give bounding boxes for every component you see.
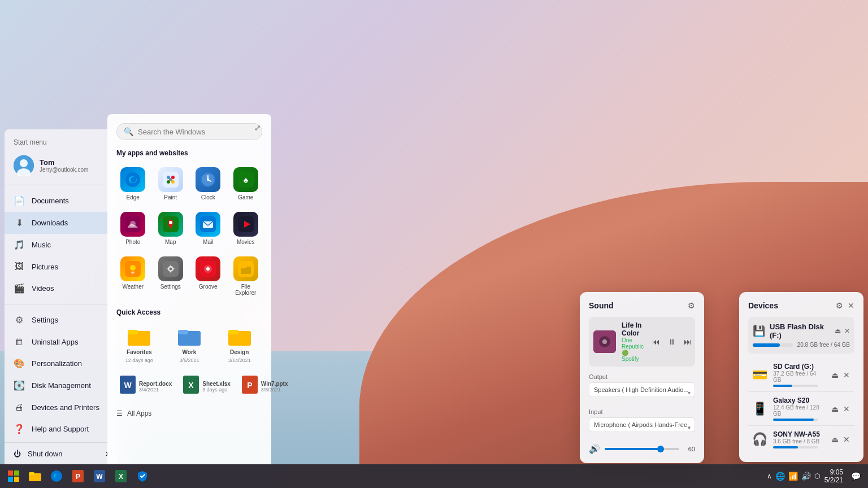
qa-file-date-report: 3/4/2021: [139, 387, 172, 393]
shield-taskbar[interactable]: [133, 467, 151, 485]
svg-point-3: [125, 172, 140, 187]
sd-close-icon[interactable]: ✕: [842, 369, 851, 381]
sd-card-actions: ⏏ ✕: [830, 369, 851, 381]
output-select[interactable]: Speakers ( High Definition Audio...: [589, 382, 695, 397]
sound-panel-header: Sound ⚙: [589, 301, 695, 310]
output-select-wrapper[interactable]: Speakers ( High Definition Audio...: [589, 382, 695, 403]
album-art: [593, 330, 616, 353]
app-clock[interactable]: Clock: [192, 164, 225, 204]
qa-folder-design[interactable]: Design 3/14/2021: [216, 323, 262, 367]
videos-icon: 🎬: [14, 283, 25, 294]
sony-info: SONY NW-A55 3.6 GB free / 8 GB: [773, 430, 824, 448]
qa-folder-favorites[interactable]: Favorites 12 days ago: [116, 323, 162, 367]
sound-panel-title: Sound: [589, 301, 614, 310]
app-edge[interactable]: Edge: [116, 164, 150, 204]
svg-rect-38: [128, 330, 138, 334]
qa-folder-work[interactable]: Work 3/6/2021: [167, 323, 212, 367]
app-mail[interactable]: Mail: [192, 208, 225, 249]
word-taskbar[interactable]: W: [90, 467, 108, 485]
chevron-up-icon[interactable]: ∧: [767, 472, 772, 480]
galaxy-eject-icon[interactable]: ⏏: [830, 403, 840, 415]
app-map[interactable]: Map: [154, 208, 188, 249]
input-select-wrapper[interactable]: Microphone ( Airpods Hands-Free...: [589, 417, 695, 438]
sidebar-item-label-documents: Documents: [32, 197, 69, 205]
devices-settings-icon[interactable]: ⚙: [836, 301, 843, 310]
pictures-icon: 🖼: [14, 262, 25, 272]
sony-eject-icon[interactable]: ⏏: [830, 434, 840, 445]
sidebar-item-pictures[interactable]: 🖼 Pictures: [5, 256, 118, 277]
file-info-win7: Win7.pptx 3/5/2021: [261, 381, 288, 393]
svg-rect-53: [14, 470, 19, 476]
input-select[interactable]: Microphone ( Airpods Hands-Free...: [589, 417, 695, 432]
volume-taskbar-icon[interactable]: 🔊: [801, 472, 811, 481]
device-sd-card: 💳 SD Card (G:) 37.2 GB free / 64 GB ⏏ ✕: [748, 358, 854, 392]
sony-fill: [773, 446, 798, 448]
sidebar-item-disk[interactable]: 💽 Disk Management: [5, 374, 118, 396]
app-groove[interactable]: Groove: [192, 253, 225, 299]
qa-file-sheet[interactable]: X Sheet.xlsx 3 days ago: [180, 373, 233, 399]
file-explorer-taskbar[interactable]: [26, 467, 44, 485]
usb-size: 20.8 GB free / 64 GB: [797, 342, 850, 348]
sidebar-item-settings[interactable]: ⚙ Settings: [5, 309, 118, 331]
qa-file-win7[interactable]: P Win7.pptx 3/5/2021: [238, 373, 292, 399]
usb-name-row: 💾 USB Flash Disk (F:): [753, 323, 835, 339]
app-paint[interactable]: Paint: [154, 164, 188, 204]
app-settings[interactable]: Settings: [154, 253, 188, 299]
app-fileexplorer[interactable]: File Explorer: [229, 253, 263, 299]
help-icon: ❓: [14, 424, 25, 434]
app-game[interactable]: ♠ Game: [229, 164, 263, 204]
device-sony: 🎧 SONY NW-A55 3.6 GB free / 8 GB ⏏ ✕: [748, 426, 854, 453]
pause-button[interactable]: ⏸: [665, 335, 679, 348]
all-apps-row[interactable]: ☰ All Apps: [116, 406, 262, 421]
sidebar-item-music[interactable]: 🎵 Music: [5, 234, 118, 256]
start-menu-title: Start menu: [5, 138, 118, 151]
svg-point-30: [169, 268, 172, 271]
powerpoint-taskbar[interactable]: P: [69, 467, 87, 485]
sound-gear-icon[interactable]: ⚙: [688, 301, 695, 310]
connect-icon[interactable]: ⬡: [814, 472, 820, 480]
app-movies[interactable]: Movies: [229, 208, 263, 249]
prev-button[interactable]: ⏮: [649, 335, 663, 348]
usb-close-icon[interactable]: ✕: [844, 327, 850, 335]
sidebar-item-help[interactable]: ❓ Help and Support: [5, 418, 118, 440]
next-button[interactable]: ⏭: [681, 335, 695, 348]
galaxy-bar: [773, 419, 818, 421]
excel-taskbar[interactable]: X: [112, 467, 130, 485]
wifi-icon[interactable]: 📶: [788, 472, 798, 481]
volume-slider[interactable]: [605, 448, 679, 450]
qa-file-report[interactable]: W Report.docx 3/4/2021: [116, 373, 175, 399]
sony-close-icon[interactable]: ✕: [842, 434, 851, 445]
search-input[interactable]: [138, 128, 255, 136]
desktop: Start menu Tom Jerry@outlook.com 📄 Docum…: [0, 0, 868, 488]
sidebar-item-videos[interactable]: 🎬 Videos: [5, 277, 118, 299]
sidebar-item-documents[interactable]: 📄 Documents: [5, 190, 118, 212]
photo-icon: [120, 212, 145, 237]
app-label-mail: Mail: [203, 239, 213, 245]
devices-close-icon[interactable]: ✕: [848, 301, 854, 310]
sidebar-item-personalization[interactable]: 🎨 Personalization: [5, 352, 118, 374]
svg-text:W: W: [96, 473, 103, 481]
search-bar[interactable]: 🔍: [116, 123, 262, 140]
sd-eject-icon[interactable]: ⏏: [830, 369, 840, 381]
sidebar-item-downloads[interactable]: ⬇ Downloads: [5, 212, 118, 234]
network-icon[interactable]: 🌐: [775, 472, 785, 481]
usb-eject-icon[interactable]: ⏏: [835, 327, 841, 335]
movies-icon: [233, 212, 258, 237]
taskbar-clock[interactable]: 9:05 5/2/21: [824, 468, 843, 484]
start-button[interactable]: [5, 467, 23, 485]
app-weather[interactable]: ☀ Weather: [116, 253, 150, 299]
settings-app-icon: [158, 256, 183, 281]
qa-folder-name-favorites: Favorites: [127, 349, 151, 355]
file-info-report: Report.docx 3/4/2021: [139, 381, 172, 393]
usb-actions: ⏏ ✕: [835, 327, 850, 335]
user-profile[interactable]: Tom Jerry@outlook.com: [5, 151, 118, 180]
shutdown-item[interactable]: ⏻ Shut down ›: [5, 442, 118, 464]
galaxy-close-icon[interactable]: ✕: [842, 403, 851, 415]
sidebar-item-uninstall[interactable]: 🗑 Uninstall Apps: [5, 331, 118, 352]
sidebar-item-devices[interactable]: 🖨 Devices and Printers: [5, 396, 118, 418]
app-photo[interactable]: Photo: [116, 208, 150, 249]
expand-button[interactable]: ⤢: [251, 121, 264, 134]
notification-button[interactable]: 💬: [848, 468, 863, 484]
edge-taskbar[interactable]: [47, 467, 66, 485]
sd-card-name: SD Card (G:): [773, 363, 824, 371]
